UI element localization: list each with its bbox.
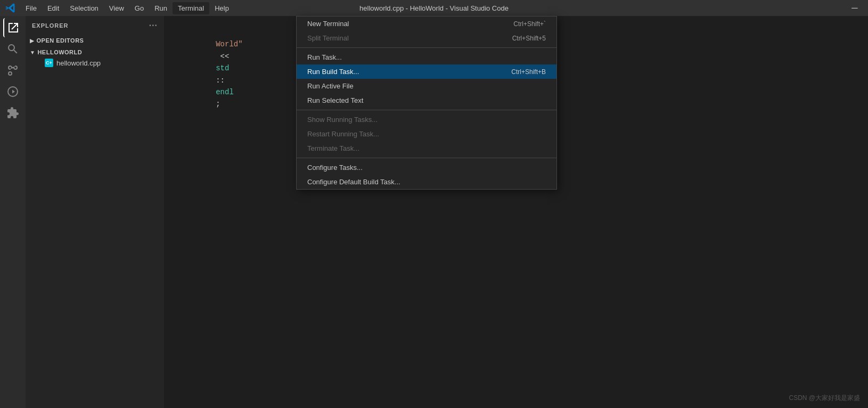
activity-search[interactable] <box>3 39 22 59</box>
menu-item-run-build-task[interactable]: Run Build Task... Ctrl+Shift+B <box>297 64 556 79</box>
code-semi: ; <box>216 100 220 108</box>
menu-selection[interactable]: Selection <box>64 2 103 14</box>
menu-go[interactable]: Go <box>129 2 149 14</box>
menu-item-configure-default-build-task[interactable]: Configure Default Build Task... <box>297 175 556 189</box>
menu-item-terminate-task[interactable]: Terminate Task... <box>297 141 556 156</box>
terminal-dropdown-menu[interactable]: New Terminal Ctrl+Shift+` Split Terminal… <box>296 16 557 190</box>
helloworld-header[interactable]: ▼ HELLOWORLD <box>26 47 164 57</box>
watermark: CSDN @大家好我是家盛 <box>789 394 860 403</box>
restart-running-task-label: Restart Running Task... <box>307 130 379 138</box>
menu-item-split-terminal[interactable]: Split Terminal Ctrl+Shift+5 <box>297 31 556 45</box>
code-operator: << <box>216 52 234 61</box>
menu-item-restart-running-task[interactable]: Restart Running Task... <box>297 127 556 141</box>
terminate-task-label: Terminate Task... <box>307 144 359 152</box>
activity-explorer[interactable] <box>3 18 22 37</box>
run-active-file-label: Run Active File <box>307 82 354 90</box>
activity-bar <box>0 16 26 408</box>
sidebar-header: Explorer ⋯ <box>26 16 164 35</box>
run-build-task-shortcut: Ctrl+Shift+B <box>511 68 546 76</box>
sidebar-title: Explorer <box>32 22 69 29</box>
menu-help[interactable]: Help <box>209 2 234 14</box>
menu-item-show-running-tasks[interactable]: Show Running Tasks... <box>297 112 556 127</box>
sidebar-header-icons: ⋯ <box>149 20 158 30</box>
configure-tasks-label: Configure Tasks... <box>307 164 363 172</box>
chevron-right-icon: ▶ <box>30 38 35 44</box>
helloworld-section: ▼ HELLOWORLD C+ helloworld.cpp <box>26 46 164 70</box>
activity-extensions[interactable] <box>3 103 22 123</box>
code-endl: endl <box>216 88 234 96</box>
menu-item-new-terminal[interactable]: New Terminal Ctrl+Shift+` <box>297 17 556 31</box>
new-terminal-shortcut: Ctrl+Shift+` <box>513 20 546 28</box>
menu-file[interactable]: File <box>20 2 42 14</box>
menu-item-run-active-file[interactable]: Run Active File <box>297 79 556 93</box>
titlebar: File Edit Selection View Go Run Terminal… <box>0 0 868 16</box>
activity-run-debug[interactable] <box>3 82 22 101</box>
chevron-down-icon: ▼ <box>30 50 35 55</box>
separator-3 <box>297 158 556 158</box>
run-task-label: Run Task... <box>307 53 342 61</box>
helloworld-cpp-file[interactable]: C+ helloworld.cpp <box>26 57 164 69</box>
split-terminal-label: Split Terminal <box>307 34 349 42</box>
sidebar: Explorer ⋯ ▶ OPEN EDITORS ▼ HELLOWORLD C… <box>26 16 164 408</box>
open-editors-label: OPEN EDITORS <box>37 37 84 44</box>
run-selected-text-label: Run Selected Text <box>307 96 363 104</box>
vscode-logo-icon <box>5 3 16 13</box>
helloworld-label: HELLOWORLD <box>37 49 82 55</box>
activity-source-control[interactable] <box>3 61 22 80</box>
open-editors-header[interactable]: ▶ OPEN EDITORS <box>26 36 164 45</box>
menu-item-run-selected-text[interactable]: Run Selected Text <box>297 93 556 108</box>
new-terminal-label: New Terminal <box>307 20 349 28</box>
configure-default-build-task-label: Configure Default Build Task... <box>307 178 400 186</box>
menu-item-run-task[interactable]: Run Task... <box>297 50 556 64</box>
window-title: helloworld.cpp - HelloWorld - Visual Stu… <box>359 4 509 12</box>
minimize-button[interactable]: ─ <box>849 3 860 13</box>
code-string: World" <box>216 40 242 48</box>
code-namespace: std <box>216 64 229 72</box>
cpp-filename: helloworld.cpp <box>56 59 101 67</box>
cpp-file-icon: C+ <box>45 59 53 67</box>
separator-1 <box>297 47 556 48</box>
more-options-icon[interactable]: ⋯ <box>149 20 158 30</box>
open-editors-section: ▶ OPEN EDITORS <box>26 35 164 46</box>
run-build-task-label: Run Build Task... <box>307 68 359 76</box>
menu-item-configure-tasks[interactable]: Configure Tasks... <box>297 160 556 175</box>
split-terminal-shortcut: Ctrl+Shift+5 <box>512 35 546 42</box>
menu-run[interactable]: Run <box>149 2 173 14</box>
separator-2 <box>297 110 556 110</box>
menu-edit[interactable]: Edit <box>42 2 64 14</box>
window-controls: ─ <box>849 3 863 13</box>
code-punct1: :: <box>216 76 225 85</box>
menu-view[interactable]: View <box>104 2 129 14</box>
menu-terminal[interactable]: Terminal <box>173 2 209 14</box>
show-running-tasks-label: Show Running Tasks... <box>307 116 378 124</box>
